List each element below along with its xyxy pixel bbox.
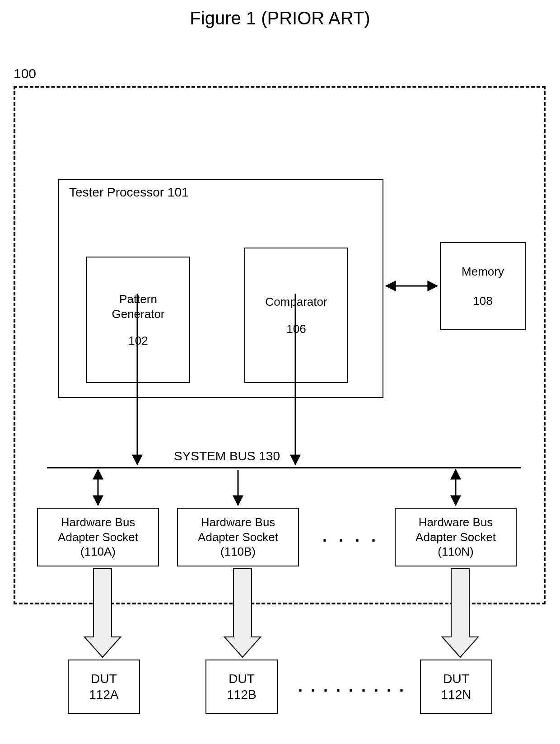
adapter-b-l3: (110B) bbox=[220, 544, 256, 559]
comparator-num: 106 bbox=[286, 322, 306, 336]
tester-processor-label: Tester Processor 101 bbox=[69, 185, 189, 200]
adapter-n-l3: (110N) bbox=[438, 544, 473, 559]
adapter-n-l2: Adapter Socket bbox=[415, 530, 496, 545]
pattern-generator-name: Pattern Generator bbox=[112, 292, 164, 321]
diagram-canvas: Figure 1 (PRIOR ART) 100 Tester Processo… bbox=[0, 0, 560, 744]
dut-b-l1: DUT bbox=[229, 671, 255, 687]
dut-n-l1: DUT bbox=[443, 671, 469, 687]
adapter-n-l1: Hardware Bus bbox=[419, 515, 493, 530]
adapter-a-l2: Adapter Socket bbox=[58, 530, 138, 545]
dut-112a: DUT 112A bbox=[68, 660, 140, 714]
dut-n-l2: 112N bbox=[441, 687, 471, 702]
system-boundary-100: Tester Processor 101 Pattern Generator 1… bbox=[14, 86, 546, 604]
tester-processor-101: Tester Processor 101 Pattern Generator 1… bbox=[58, 179, 383, 398]
adapter-110a: Hardware Bus Adapter Socket (110A) bbox=[37, 508, 159, 566]
comparator-106: Comparator 106 bbox=[244, 248, 348, 383]
adapter-110b: Hardware Bus Adapter Socket (110B) bbox=[177, 508, 299, 566]
figure-title: Figure 1 (PRIOR ART) bbox=[0, 8, 560, 28]
comparator-name: Comparator bbox=[265, 295, 327, 309]
adapter-110n: Hardware Bus Adapter Socket (110N) bbox=[395, 508, 517, 566]
pattern-generator-102: Pattern Generator 102 bbox=[86, 257, 190, 383]
memory-num: 108 bbox=[473, 294, 492, 308]
dut-b-l2: 112B bbox=[227, 687, 256, 702]
pattern-generator-num: 102 bbox=[128, 334, 148, 348]
adapter-b-l2: Adapter Socket bbox=[198, 530, 278, 545]
adapter-a-l3: (110A) bbox=[80, 544, 116, 559]
system-bus-line bbox=[47, 467, 521, 468]
ref-100-label: 100 bbox=[14, 66, 36, 81]
dut-112n: DUT 112N bbox=[420, 660, 492, 714]
dut-ellipsis: . . . . . . . . . bbox=[298, 677, 406, 696]
dut-a-l1: DUT bbox=[91, 671, 117, 687]
dut-112b: DUT 112B bbox=[205, 660, 278, 714]
dut-a-l2: 112A bbox=[89, 687, 118, 702]
system-bus-label: SYSTEM BUS 130 bbox=[171, 449, 283, 463]
adapter-b-l1: Hardware Bus bbox=[201, 515, 275, 530]
adapter-a-l1: Hardware Bus bbox=[61, 515, 135, 530]
memory-108: Memory 108 bbox=[440, 242, 526, 330]
adapter-ellipsis: . . . . bbox=[322, 527, 379, 546]
memory-name: Memory bbox=[462, 265, 504, 279]
